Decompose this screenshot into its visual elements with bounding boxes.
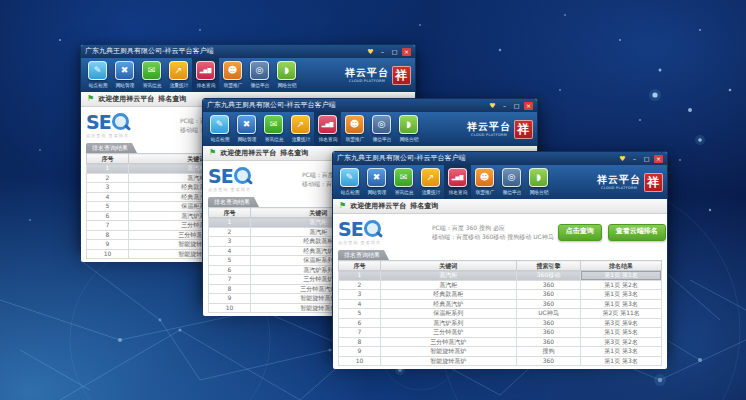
minimize-button[interactable]: – (378, 48, 387, 56)
line-chart-icon: ↗ (169, 61, 188, 80)
minimize-button[interactable]: – (500, 102, 509, 110)
toolbar-item-traffic-stats[interactable]: ↗流量统计 (417, 165, 444, 199)
table-row[interactable]: 8三分钟蒸汽炉360第3页 第2名 (339, 337, 662, 347)
cell-seq: 5 (87, 202, 129, 212)
toolbar-item-net-marketing[interactable]: ◗网络营销 (525, 165, 552, 199)
toolbar-item-news-info[interactable]: ✉资讯信息 (260, 112, 287, 146)
table-row[interactable]: 2蒸汽柜360第1页 第2名 (339, 280, 662, 290)
table-row[interactable]: 3经典款蒸柜360第1页 第3名 (339, 290, 662, 300)
query-panel: SE 点击查询 查看排名 PC端：百度 360 搜狗 必应 移动端：百度移动 3… (338, 214, 662, 250)
toolbar-item-alliance[interactable]: ☻联盟推广 (471, 165, 498, 199)
cell-engine: 360 (516, 299, 581, 309)
header-seq: 序号 (87, 154, 129, 164)
toolbar-item-site-check[interactable]: ✎站点检测 (84, 58, 111, 92)
close-button[interactable]: × (402, 48, 411, 56)
window-controls: ♥ – □ × (618, 155, 663, 163)
cell-keyword: 三分钟蒸炉 (380, 328, 516, 338)
toolbar-item-rank-query[interactable]: ▂▅▇排名查询 (192, 58, 219, 92)
line-chart-icon: ↗ (421, 168, 440, 187)
table-row[interactable]: 5保温柜系列UC神马第2页 第11名 (339, 309, 662, 319)
current-module-label: 排名查询 (158, 94, 186, 104)
skin-icon[interactable]: ♥ (488, 102, 497, 110)
toolbar-item-rank-query[interactable]: ▂▅▇排名查询 (444, 165, 471, 199)
welcome-text: 欢迎使用祥云平台 (98, 94, 154, 104)
toolbar-item-alliance[interactable]: ☻联盟推广 (341, 112, 368, 146)
toolbar-item-news-info[interactable]: ✉资讯信息 (390, 165, 417, 199)
header-engine: 搜索引擎 (516, 261, 581, 271)
toolbar-item-site-check[interactable]: ✎站点检测 (206, 112, 233, 146)
toolbar-item-net-marketing[interactable]: ◗网络营销 (395, 112, 422, 146)
toolbar-item-traffic-stats[interactable]: ↗流量统计 (165, 58, 192, 92)
wrench-icon: ✖ (367, 168, 386, 187)
skin-icon[interactable]: ♥ (618, 155, 627, 163)
maximize-button[interactable]: □ (390, 48, 399, 56)
skin-icon[interactable]: ♥ (366, 48, 375, 56)
flag-icon: ⚑ (87, 95, 94, 103)
table-row[interactable]: 10智能旋转蒸炉360第1页 第3名 (339, 356, 662, 366)
toolbar-item-label: 联盟推广 (345, 135, 364, 142)
toolbar-item-news-info[interactable]: ✉资讯信息 (138, 58, 165, 92)
toolbar-item-label: 资讯信息 (264, 135, 283, 142)
title-bar[interactable]: 广东九典王厨具有限公司-祥云平台客户端 ♥ – □ × (203, 99, 537, 112)
toolbar-item-traffic-stats[interactable]: ↗流量统计 (287, 112, 314, 146)
tab-rank-results[interactable]: 排名查询结果 (338, 250, 389, 260)
app-window: 广东九典王厨具有限公司-祥云平台客户端 ♥ – □ × ✎站点检测✖网站管理✉资… (332, 151, 668, 355)
title-bar[interactable]: 广东九典王厨具有限公司-祥云平台客户端 ♥ – □ × (81, 45, 415, 58)
seo-tagline: 点击查询 查看排名 (86, 132, 166, 137)
minimize-button[interactable]: – (630, 155, 639, 163)
tab-rank-results[interactable]: 排名查询结果 (208, 197, 259, 207)
toolbar-item-net-marketing[interactable]: ◗网络营销 (273, 58, 300, 92)
cell-seq: 6 (339, 318, 381, 328)
cell-keyword: 三分钟蒸汽炉 (380, 337, 516, 347)
cell-seq: 2 (209, 227, 251, 237)
compass-icon: ◎ (502, 168, 521, 187)
brand-name: 祥云平台 (467, 121, 511, 132)
table-row[interactable]: 7三分钟蒸炉360第1页 第5名 (339, 328, 662, 338)
close-button[interactable]: × (524, 102, 533, 110)
rank-table: 序号 关键词 搜索引擎 排名结果 1蒸汽柜360移动第1页 第1名2蒸汽柜360… (338, 260, 662, 366)
compass-icon: ◎ (372, 115, 391, 134)
title-bar[interactable]: 广东九典王厨具有限公司-祥云平台客户端 ♥ – □ × (333, 152, 667, 165)
cell-keyword: 蒸汽柜 (380, 280, 516, 290)
maximize-button[interactable]: □ (512, 102, 521, 110)
maximize-button[interactable]: □ (642, 155, 651, 163)
seo-logo: SE 点击查询 查看排名 (338, 220, 432, 245)
table-row[interactable]: 1蒸汽柜360移动第1页 第1名 (339, 271, 662, 281)
tab-rank-results[interactable]: 排名查询结果 (86, 143, 137, 153)
cell-rank: 第1页 第3名 (581, 290, 662, 300)
window-title: 广东九典王厨具有限公司-祥云平台客户端 (207, 99, 488, 112)
brand-block: 祥云平台 CLOUD PLATFORM 祥 (597, 165, 663, 199)
table-row[interactable]: 9智能旋转蒸炉搜狗第1页 第3名 (339, 347, 662, 357)
toolbar-item-wechat[interactable]: ◎微信平台 (246, 58, 273, 92)
cell-keyword: 蒸汽柜 (380, 271, 516, 281)
seo-logo-text: SE (208, 167, 233, 185)
table-row[interactable]: 6蒸汽炉系列360第3页 第9名 (339, 318, 662, 328)
toolbar-item-site-manage[interactable]: ✖网站管理 (363, 165, 390, 199)
toolbar-item-wechat[interactable]: ◎微信平台 (498, 165, 525, 199)
close-button[interactable]: × (654, 155, 663, 163)
toolbar-item-alliance[interactable]: ☻联盟推广 (219, 58, 246, 92)
toolbar-item-wechat[interactable]: ◎微信平台 (368, 112, 395, 146)
view-cloud-rank-button[interactable]: 查看云端排名 (608, 224, 666, 241)
monitor-icon: ✎ (88, 61, 107, 80)
magnifier-icon (234, 167, 251, 184)
pc-engines-line: PC端：百度 360 搜狗 必应 (432, 223, 554, 232)
toolbar-item-site-manage[interactable]: ✖网站管理 (111, 58, 138, 92)
brand-subtitle: CLOUD PLATFORM (348, 78, 385, 82)
toolbar-item-rank-query[interactable]: ▂▅▇排名查询 (314, 112, 341, 146)
table-row[interactable]: 4经典蒸汽炉360第1页 第3名 (339, 299, 662, 309)
cell-rank: 第1页 第1名 (581, 271, 662, 281)
toolbar-item-label: 排名查询 (318, 135, 337, 142)
toolbar-item-site-manage[interactable]: ✖网站管理 (233, 112, 260, 146)
cell-rank: 第1页 第3名 (581, 347, 662, 357)
flag-icon: ⚑ (339, 202, 346, 210)
header-seq: 序号 (339, 261, 381, 271)
message-icon: ✉ (264, 115, 283, 134)
cell-engine: 360 (516, 318, 581, 328)
mouse-icon: ◗ (529, 168, 548, 187)
cell-engine: 360 (516, 328, 581, 338)
cell-rank: 第3页 第9名 (581, 318, 662, 328)
toolbar-item-site-check[interactable]: ✎站点检测 (336, 165, 363, 199)
query-button[interactable]: 点击查询 (558, 224, 602, 241)
bar-chart-icon: ▂▅▇ (448, 168, 467, 187)
